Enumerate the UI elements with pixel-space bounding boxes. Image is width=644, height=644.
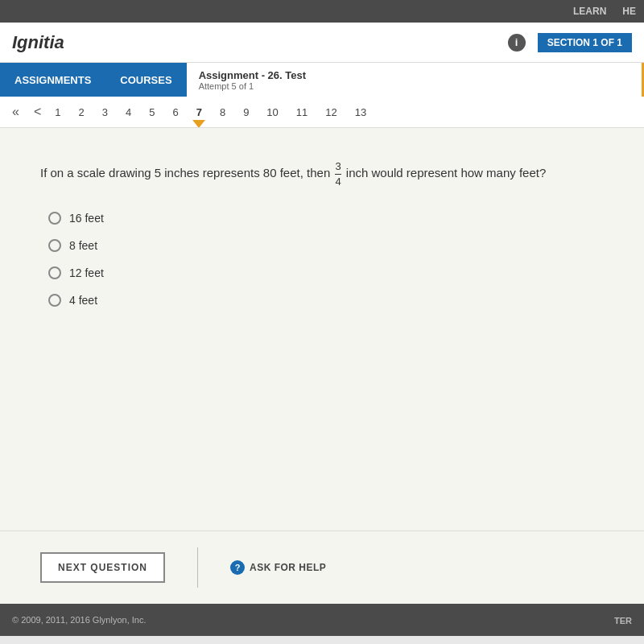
action-divider xyxy=(197,547,198,588)
first-question-button[interactable]: « xyxy=(8,103,23,121)
question-text-before: If on a scale drawing 5 inches represent… xyxy=(40,166,330,180)
option-d-label: 4 feet xyxy=(69,294,97,307)
q-num-13[interactable]: 13 xyxy=(352,105,369,120)
next-question-button[interactable]: NEXT QUESTION xyxy=(40,552,165,583)
help-icon: ? xyxy=(230,560,245,575)
q-num-8[interactable]: 8 xyxy=(217,105,229,120)
q-num-3[interactable]: 3 xyxy=(99,105,111,120)
nav-courses[interactable]: COURSES xyxy=(105,63,186,97)
question-text: If on a scale drawing 5 inches represent… xyxy=(40,160,604,188)
header: Ignitia i SECTION 1 OF 1 xyxy=(0,23,644,63)
logo: Ignitia xyxy=(12,32,64,53)
action-bar: NEXT QUESTION ? ASK FOR HELP xyxy=(0,530,644,604)
nav-assignments[interactable]: ASSIGNMENTS xyxy=(0,63,105,97)
q-num-9[interactable]: 9 xyxy=(240,105,252,120)
q-num-1[interactable]: 1 xyxy=(52,105,64,120)
q-num-4[interactable]: 4 xyxy=(122,105,134,120)
radio-c[interactable] xyxy=(48,266,61,279)
answer-options: 16 feet 8 feet 12 feet 4 feet xyxy=(48,212,604,307)
ask-for-help[interactable]: ? ASK FOR HELP xyxy=(230,560,326,575)
option-a[interactable]: 16 feet xyxy=(48,212,604,225)
copyright-text: © 2009, 2011, 2016 Glynlyon, Inc. xyxy=(12,615,147,625)
option-b-label: 8 feet xyxy=(69,239,97,252)
radio-b[interactable] xyxy=(48,239,61,252)
q-num-12[interactable]: 12 xyxy=(322,105,340,120)
assignment-title: Assignment - 26. Test xyxy=(199,69,630,81)
radio-d[interactable] xyxy=(48,294,61,307)
assignment-sub: Attempt 5 of 1 xyxy=(199,81,630,91)
q-num-10[interactable]: 10 xyxy=(263,105,281,120)
fraction-numerator: 3 xyxy=(335,160,341,175)
footer-link[interactable]: TER xyxy=(614,616,632,625)
ask-help-label: ASK FOR HELP xyxy=(250,562,326,573)
learn-link[interactable]: LEARN xyxy=(573,6,606,17)
nav-bar: ASSIGNMENTS COURSES Assignment - 26. Tes… xyxy=(0,63,644,97)
q-num-6[interactable]: 6 xyxy=(169,105,181,120)
nav-assignment-info: Assignment - 26. Test Attempt 5 of 1 xyxy=(187,63,644,97)
q-num-11[interactable]: 11 xyxy=(293,105,311,120)
option-b[interactable]: 8 feet xyxy=(48,239,604,252)
fraction-denominator: 4 xyxy=(335,175,341,188)
top-bar: LEARN HE xyxy=(0,0,644,23)
option-c-label: 12 feet xyxy=(69,266,104,279)
footer: © 2009, 2011, 2016 Glynlyon, Inc. TER xyxy=(0,604,644,636)
option-c[interactable]: 12 feet xyxy=(48,266,604,279)
question-number-bar: « < 1 2 3 4 5 6 7 8 9 10 11 12 13 xyxy=(0,97,644,128)
info-icon[interactable]: i xyxy=(508,34,526,52)
q-num-7[interactable]: 7 xyxy=(193,105,205,120)
q-num-5[interactable]: 5 xyxy=(146,105,158,120)
radio-a[interactable] xyxy=(48,212,61,225)
prev-question-button[interactable]: < xyxy=(30,103,45,121)
section-label: SECTION 1 OF 1 xyxy=(538,33,632,52)
main-content: If on a scale drawing 5 inches represent… xyxy=(0,128,644,530)
q-num-2[interactable]: 2 xyxy=(75,105,87,120)
question-numbers: 1 2 3 4 5 6 7 8 9 10 11 12 13 xyxy=(52,105,369,120)
option-a-label: 16 feet xyxy=(69,212,104,225)
question-text-after: inch would represent how many feet? xyxy=(346,166,546,180)
he-link[interactable]: HE xyxy=(622,6,636,17)
option-d[interactable]: 4 feet xyxy=(48,294,604,307)
fraction: 3 4 xyxy=(335,160,341,188)
